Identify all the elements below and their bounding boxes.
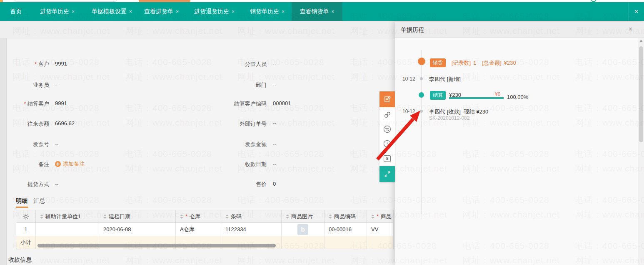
tab-label: 销货单历史 <box>250 8 279 15</box>
tab-close-icon[interactable]: × <box>72 9 75 15</box>
settle-customer-value[interactable]: 9991 <box>55 100 67 106</box>
timeline-dot-settle <box>419 92 424 98</box>
tab-close-icon[interactable]: × <box>232 9 235 15</box>
product-image[interactable]: b <box>297 224 308 235</box>
tab-close-icon[interactable]: × <box>282 9 285 15</box>
orange-button-fragment[interactable] <box>139 0 190 2</box>
timeline-line <box>421 50 422 214</box>
settle-percent: 100.00% <box>507 94 528 100</box>
add-remark-button[interactable]: 添加备注 <box>55 160 85 168</box>
required-mark: * <box>35 61 37 67</box>
tab-close-icon[interactable]: × <box>129 9 132 15</box>
event-created-text: 李四代 [新增] <box>429 76 461 83</box>
header-aux-unit[interactable]: 辅助计量单位1 <box>36 210 99 223</box>
ext-order-value[interactable]: -- <box>273 120 277 126</box>
cell-product-image[interactable]: b <box>282 223 324 236</box>
doc-history-button[interactable] <box>379 91 395 107</box>
link-icon <box>384 111 391 119</box>
header-barcode[interactable]: 条码 <box>221 210 282 223</box>
scroll-up-icon[interactable] <box>639 40 643 42</box>
tab-close-icon[interactable]: × <box>331 9 334 15</box>
column-settings-cell[interactable] <box>16 210 36 223</box>
link-button[interactable] <box>379 107 395 122</box>
doc-history-icon <box>384 96 391 103</box>
sort-icon[interactable] <box>180 215 183 219</box>
expand-button[interactable] <box>379 166 395 182</box>
receipt-date-value[interactable]: -- <box>273 161 277 167</box>
tab-label: 首页 <box>10 8 22 15</box>
history-clock-icon <box>383 140 391 148</box>
sort-icon[interactable] <box>371 215 374 219</box>
tab-template-settings[interactable]: 单据模板设置× <box>92 2 132 21</box>
salesman-value[interactable]: -- <box>55 81 59 88</box>
tab-purchase-return-history[interactable]: 进货退货历史× <box>194 2 235 21</box>
required-mark: * <box>185 213 187 220</box>
tab-summary[interactable]: 汇总 <box>33 197 45 205</box>
customer-value[interactable]: 9991 <box>55 61 67 67</box>
receipt-doc-number[interactable]: SK-20201012-002 <box>429 115 469 121</box>
invoice-no-value[interactable]: -- <box>55 141 59 147</box>
timeline-dot <box>420 110 423 113</box>
delivery-value[interactable]: -- <box>55 181 59 187</box>
watermark-text: 网址：www.chanjet.net <box>125 71 222 83</box>
timeline-dot-sale <box>418 58 425 65</box>
exchange-icon <box>383 125 391 133</box>
left-gutter <box>0 21 7 265</box>
tab-detail[interactable]: 明细 <box>16 197 27 205</box>
salesman-label: 业务员 <box>7 81 49 89</box>
tab-view-sales-active[interactable]: 查看销货单× <box>292 2 342 21</box>
sort-icon[interactable] <box>40 215 43 219</box>
money-button[interactable]: ¥ <box>379 151 395 166</box>
table-header-row: 辅助计量单位1 建档日期 *仓库 条码 商品图片 商品编码 *商品 <box>16 210 393 223</box>
side-toolbar-group: ¥ <box>379 107 395 166</box>
side-toolbar: ¥ <box>379 91 395 182</box>
sort-icon[interactable] <box>286 215 289 219</box>
timeline-dot <box>420 77 423 80</box>
tab-close-icon[interactable]: × <box>176 9 179 15</box>
panel-scrollbar[interactable] <box>638 38 644 265</box>
dept-value[interactable]: -- <box>273 81 277 88</box>
horizontal-scrollbar[interactable] <box>37 244 276 247</box>
panel-header: 单据历程 × <box>395 22 644 38</box>
tab-view-purchase[interactable]: 查看进货单× <box>144 2 179 21</box>
sort-icon[interactable] <box>329 215 332 219</box>
header-product-image[interactable]: 商品图片 <box>282 210 324 223</box>
row-index: 1 <box>16 223 36 236</box>
history-button[interactable] <box>379 136 395 151</box>
header-warehouse[interactable]: *仓库 <box>176 210 221 223</box>
sale-badge: 销货 <box>430 58 446 67</box>
tab-label: 进货退货历史 <box>194 8 229 15</box>
ext-order-label: 外部订单号 <box>196 120 267 128</box>
cell-product[interactable]: VV <box>367 223 393 236</box>
tab-purchase-history[interactable]: 进货单历史× <box>40 2 75 21</box>
invoice-amt-value[interactable]: -- <box>273 141 277 147</box>
tab-home[interactable]: 首页 <box>10 2 22 21</box>
exchange-button[interactable] <box>379 122 395 136</box>
search-input-fragment[interactable] <box>15 0 117 2</box>
cell-barcode[interactable]: 1122334 <box>221 223 282 236</box>
watermark-text: 网址：www.chanjet.net <box>237 255 335 265</box>
panel-title: 单据历程 <box>401 26 424 34</box>
manager-value[interactable]: -- <box>273 61 277 67</box>
header-product-code[interactable]: 商品编码 <box>324 210 367 223</box>
watermark-text: 电话：400-665-0028 <box>237 148 324 160</box>
panel-close-icon[interactable]: × <box>629 25 632 33</box>
sort-icon[interactable] <box>225 215 229 219</box>
plus-icon <box>55 161 61 167</box>
cell-aux-unit[interactable] <box>36 223 99 236</box>
window-close-button[interactable]: × <box>628 2 644 21</box>
cell-product-code[interactable]: 00-00016 <box>324 223 367 236</box>
money-icon: ¥ <box>384 155 391 162</box>
add-remark-label: 添加备注 <box>63 160 85 168</box>
watermark-text: 电话：400-665-0028 <box>12 148 100 160</box>
sort-icon[interactable] <box>103 215 107 219</box>
main-tab-bar: 首页 进货单历史× 单据模板设置× 查看进货单× 进货退货历史× 销货单历史× … <box>0 2 644 21</box>
cell-created-date[interactable]: 2020-06-08 <box>99 223 176 236</box>
tab-sales-history[interactable]: 销货单历史× <box>250 2 285 21</box>
cell-warehouse[interactable]: A仓库 <box>176 223 221 236</box>
item-table: 辅助计量单位1 建档日期 *仓库 条码 商品图片 商品编码 *商品 1 2020… <box>16 210 394 249</box>
table-row[interactable]: 1 2020-06-08 A仓库 1122334 b 00-00016 VV <box>16 223 393 236</box>
scroll-thumb[interactable] <box>639 46 643 142</box>
header-product[interactable]: *商品 <box>367 210 393 223</box>
header-created-date[interactable]: 建档日期 <box>99 210 176 223</box>
